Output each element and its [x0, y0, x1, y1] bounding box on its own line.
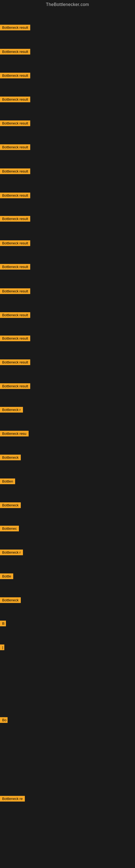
bottleneck-badge[interactable]: B — [0, 621, 6, 626]
bottleneck-badge[interactable]: Bottleneck result — [0, 168, 30, 174]
bottleneck-badge[interactable]: Bottleneck r — [0, 407, 23, 412]
bottleneck-badge[interactable]: Bottleneck result — [0, 97, 30, 102]
bottleneck-badge[interactable]: Bottleneck result — [0, 120, 30, 126]
bottleneck-item: Bottleneck result — [0, 193, 30, 199]
bottleneck-badge[interactable]: Bottleneck result — [0, 240, 30, 246]
bottleneck-item: | — [0, 645, 4, 651]
bottleneck-item: Bottlenec — [0, 526, 19, 532]
bottleneck-item: Bottleneck r — [0, 550, 23, 556]
bottleneck-item: Bottleneck result — [0, 216, 30, 223]
bottleneck-list: Bottleneck resultBottleneck resultBottle… — [0, 9, 135, 868]
bottleneck-badge[interactable]: Bottleneck result — [0, 383, 30, 389]
site-title: TheBottlenecker.com — [0, 0, 135, 9]
bottleneck-badge[interactable]: Bottleneck — [0, 502, 21, 508]
site-header: TheBottlenecker.com — [0, 0, 135, 9]
bottleneck-item: Bottleneck result — [0, 336, 30, 342]
bottleneck-item: Bottleneck result — [0, 168, 30, 175]
bottleneck-badge[interactable]: Bo — [0, 717, 8, 723]
bottleneck-badge[interactable]: Bottleneck — [0, 455, 21, 460]
bottleneck-badge[interactable]: Bottleneck result — [0, 216, 30, 222]
bottleneck-badge[interactable]: Bottleneck result — [0, 336, 30, 341]
bottleneck-item: B — [0, 621, 6, 627]
bottleneck-item: Bottleneck resu — [0, 431, 29, 437]
bottleneck-badge[interactable]: Bottleneck re — [0, 796, 25, 802]
bottleneck-badge[interactable]: Bottleneck r — [0, 550, 23, 555]
bottleneck-item: Bottleneck result — [0, 312, 30, 319]
bottleneck-item: Bottleneck result — [0, 49, 30, 56]
bottleneck-badge[interactable]: Bottleneck result — [0, 49, 30, 55]
bottleneck-item: Bottleneck result — [0, 144, 30, 151]
bottleneck-badge[interactable]: Bottleneck result — [0, 288, 30, 294]
bottleneck-badge[interactable]: Bottlenec — [0, 526, 19, 531]
bottleneck-item: Bottleneck — [0, 502, 21, 509]
bottleneck-badge[interactable]: Bottle — [0, 574, 13, 579]
bottleneck-item: Bo — [0, 717, 8, 724]
bottleneck-item: Bottleneck result — [0, 288, 30, 295]
bottleneck-item: Bottleneck result — [0, 383, 30, 390]
bottleneck-badge[interactable]: Bottleneck resu — [0, 431, 29, 436]
bottleneck-item: Bottleneck result — [0, 25, 30, 31]
bottleneck-badge[interactable]: Bottleneck result — [0, 312, 30, 318]
bottleneck-badge[interactable]: Bottleneck result — [0, 360, 30, 365]
bottleneck-item: Bottleneck result — [0, 360, 30, 366]
bottleneck-item: Bottleneck result — [0, 120, 30, 127]
bottleneck-badge[interactable]: Bottleneck — [0, 597, 21, 603]
bottleneck-badge[interactable]: | — [0, 645, 4, 650]
bottleneck-badge[interactable]: Bottlen — [0, 478, 15, 484]
bottleneck-item: Bottleneck r — [0, 407, 23, 414]
bottleneck-item: Bottlen — [0, 478, 15, 485]
bottleneck-item: Bottleneck — [0, 455, 21, 461]
bottleneck-item: Bottleneck result — [0, 264, 30, 271]
bottleneck-item: Bottleneck re — [0, 796, 25, 803]
bottleneck-item: Bottle — [0, 574, 13, 580]
bottleneck-badge[interactable]: Bottleneck result — [0, 193, 30, 198]
bottleneck-badge[interactable]: Bottleneck result — [0, 73, 30, 79]
bottleneck-item: Bottleneck — [0, 597, 21, 604]
bottleneck-item: Bottleneck result — [0, 97, 30, 103]
bottleneck-item: Bottleneck result — [0, 73, 30, 80]
bottleneck-badge[interactable]: Bottleneck result — [0, 144, 30, 150]
bottleneck-badge[interactable]: Bottleneck result — [0, 264, 30, 270]
bottleneck-item: Bottleneck result — [0, 240, 30, 247]
bottleneck-badge[interactable]: Bottleneck result — [0, 25, 30, 30]
